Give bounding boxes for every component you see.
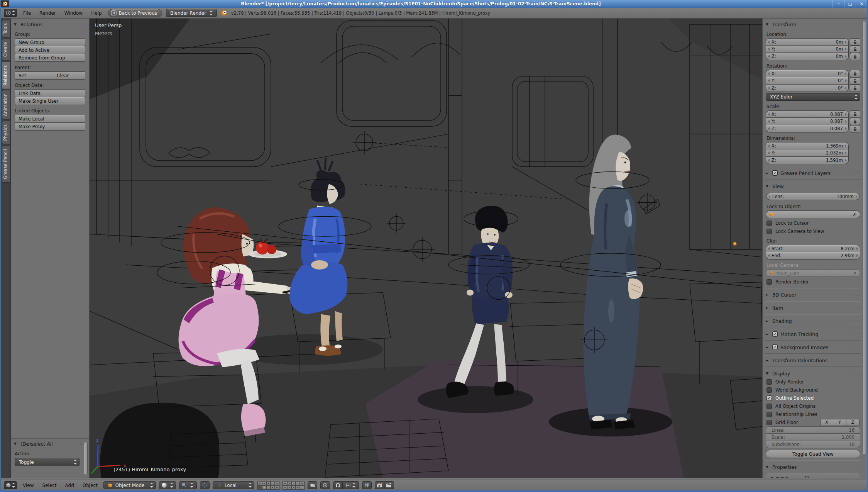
layer-cell[interactable] — [296, 485, 300, 490]
lock-icon[interactable] — [850, 70, 860, 77]
menu-help[interactable]: Help — [89, 10, 104, 16]
tool-shelf-scrollbar[interactable] — [84, 442, 88, 475]
lock-camera-row[interactable]: Lock Camera to View — [765, 227, 861, 235]
clip-start-field[interactable]: Start:8.2cm — [766, 245, 860, 252]
layer-cell[interactable] — [287, 481, 291, 485]
grid-floor-row[interactable]: Grid Floor X Y Z — [765, 418, 861, 426]
local-camera-field[interactable]: main_cam ✕ — [766, 269, 860, 277]
tab-grease-pencil[interactable]: Grease Pencil — [2, 146, 10, 183]
orientation-dropdown[interactable]: Local — [213, 481, 254, 489]
tab-tools[interactable]: Tools — [2, 20, 10, 37]
relationship-lines-row[interactable]: Relationship Lines — [765, 410, 861, 418]
lock-icon[interactable] — [850, 118, 860, 125]
outline-selected-checkbox[interactable]: ✓ — [766, 395, 772, 401]
layer-cell[interactable] — [275, 481, 279, 485]
layer-cell[interactable] — [262, 485, 266, 490]
viewport-canvas[interactable]: User Persp Meters x z (2451) Hiromi_Kimo… — [90, 19, 762, 478]
background-images-checkbox[interactable]: ✓ — [772, 344, 778, 350]
grid-scale-field[interactable]: Scale:1.000 — [766, 434, 860, 441]
n-panel-scrollbar[interactable] — [862, 21, 866, 455]
menu-file[interactable]: File — [21, 10, 33, 16]
background-images-header[interactable]: ►✓Background Images:::: — [765, 343, 861, 351]
remove-from-group-button[interactable]: Remove from Group — [15, 54, 85, 62]
scene-lock-button[interactable] — [308, 481, 317, 489]
opengl-render-animation-button[interactable] — [384, 481, 394, 489]
layer-cell[interactable] — [258, 485, 262, 490]
shading-dropdown[interactable] — [159, 481, 176, 489]
grid-floor-checkbox[interactable] — [766, 420, 772, 425]
layer-buttons-group-b[interactable] — [283, 481, 305, 490]
render-engine-dropdown[interactable]: Blender Render — [166, 9, 217, 17]
operator-panel-header[interactable]: ▼ (De)select All :::: — [13, 439, 87, 448]
layer-cell[interactable] — [283, 481, 287, 485]
transform-orientations-header[interactable]: ►Transform Orientations:::: — [765, 356, 861, 365]
layer-cell[interactable] — [291, 485, 296, 490]
lock-icon[interactable] — [850, 110, 860, 118]
clear-x-icon[interactable]: ✕ — [853, 271, 857, 276]
toggle-quad-view-button[interactable]: Toggle Quad View — [766, 450, 860, 458]
make-local-button[interactable]: Make Local — [15, 115, 85, 123]
tab-relations[interactable]: Relations — [2, 62, 10, 89]
tab-physics[interactable]: Physics — [2, 121, 10, 144]
rotation-y-field[interactable]: Y:-0° — [766, 77, 849, 85]
panel-grip-icon[interactable]: :::: — [80, 22, 86, 26]
opengl-render-grid-button[interactable] — [362, 481, 372, 489]
opengl-render-image-button[interactable] — [375, 481, 384, 489]
view-panel-header[interactable]: ▼ View :::: — [765, 182, 861, 190]
layer-cell[interactable] — [258, 481, 262, 485]
dimensions-y-field[interactable]: Y:2.032m — [766, 149, 849, 157]
layer-buttons-group-a[interactable] — [257, 481, 279, 490]
layer-cell[interactable] — [271, 485, 275, 490]
parent-clear-button[interactable]: Clear — [53, 71, 85, 80]
motion-tracking-header[interactable]: ►✓Motion Tracking:::: — [765, 330, 861, 338]
menu-select[interactable]: Select — [39, 483, 59, 488]
location-x-field[interactable]: X:0m — [766, 38, 849, 46]
menu-render[interactable]: Render — [37, 10, 58, 16]
make-single-user-button[interactable]: Make Single User — [15, 97, 85, 105]
close-button[interactable]: ✕ — [856, 0, 867, 8]
new-group-button[interactable]: New Group — [15, 38, 85, 46]
dimensions-x-field[interactable]: X:1.369m — [766, 142, 849, 149]
relationship-lines-checkbox[interactable] — [766, 412, 772, 417]
layer-cell[interactable] — [266, 485, 271, 490]
snap-element-dropdown[interactable] — [343, 481, 359, 489]
3d-cursor-header[interactable]: ►3D Cursor:::: — [765, 290, 861, 299]
lock-icon[interactable] — [850, 85, 860, 92]
location-z-field[interactable]: Z:0m — [766, 53, 849, 60]
lock-icon[interactable] — [850, 77, 860, 85]
link-data-button[interactable]: Link Data — [15, 89, 85, 97]
layer-cell[interactable] — [296, 481, 300, 485]
dimensions-z-field[interactable]: Z:1.591m — [766, 157, 849, 164]
outline-selected-row[interactable]: ✓Outline Selected — [765, 394, 861, 402]
render-border-row[interactable]: Render Border — [765, 278, 861, 286]
grid-lines-field[interactable]: Lines:16 — [766, 426, 860, 434]
panel-grip-icon[interactable]: :::: — [854, 22, 860, 26]
layer-cell[interactable] — [287, 485, 291, 490]
scale-y-field[interactable]: Y:0.087 — [766, 118, 849, 125]
mode-dropdown[interactable]: Object Mode — [103, 481, 156, 489]
world-background-row[interactable]: World Background — [765, 386, 861, 394]
motion-tracking-checkbox[interactable]: ✓ — [772, 331, 778, 337]
only-render-row[interactable]: Only Render — [765, 378, 861, 386]
lock-camera-checkbox[interactable] — [766, 229, 772, 234]
panel-grip-icon[interactable]: :::: — [854, 184, 860, 188]
maximize-button[interactable]: ◻ — [844, 0, 856, 8]
world-background-checkbox[interactable] — [766, 387, 772, 393]
display-panel-header[interactable]: ▼Display:::: — [765, 369, 861, 378]
location-y-field[interactable]: Y:0m — [766, 46, 849, 53]
transform-panel-header[interactable]: ▼ Transform :::: — [765, 20, 861, 29]
proportional-edit-button[interactable] — [320, 481, 330, 489]
parent-set-button[interactable]: Set — [15, 71, 53, 80]
item-header[interactable]: ►Item:::: — [765, 304, 861, 312]
editor-type-selector[interactable] — [4, 9, 17, 17]
axis-x-button[interactable]: X — [820, 419, 833, 426]
add-to-active-button[interactable]: Add to Active — [15, 46, 85, 54]
action-dropdown[interactable]: Toggle — [15, 458, 80, 466]
lock-icon[interactable] — [850, 38, 860, 46]
layer-cell[interactable] — [300, 485, 304, 490]
titlebar[interactable]: Blender* [/project/terry/Lunatics/Produc… — [1, 0, 867, 8]
axis-z-button[interactable]: Z — [846, 419, 860, 426]
layer-cell[interactable] — [262, 481, 266, 485]
menu-view[interactable]: View — [20, 483, 36, 488]
render-border-checkbox[interactable] — [766, 279, 772, 285]
